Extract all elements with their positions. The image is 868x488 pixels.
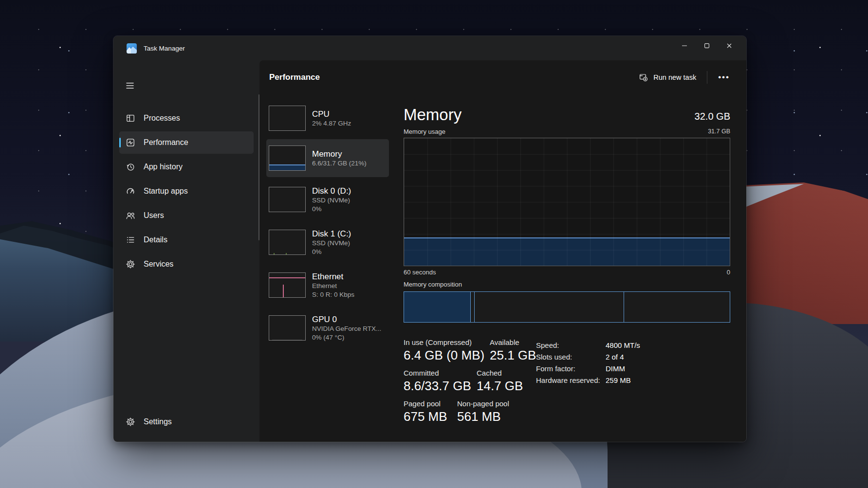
- services-icon: [126, 259, 135, 269]
- sidebar-item-label: App history: [144, 163, 183, 171]
- memory-hardware-info: Speed: 4800 MT/s Slots used: 2 of 4 Form…: [536, 338, 640, 430]
- close-button[interactable]: [718, 36, 740, 55]
- sidebar-item-label: Services: [144, 260, 173, 269]
- task-manager-window: Task Manager: [113, 36, 746, 442]
- composition-free-segment: [624, 292, 730, 322]
- metric-name: GPU 0: [312, 314, 381, 325]
- metric-name: Disk 0 (D:): [312, 186, 351, 196]
- perf-item-disk0[interactable]: Disk 0 (D:) SSD (NVMe) 0%: [266, 179, 389, 220]
- composition-modified-segment: [471, 292, 475, 322]
- metric-detail: NVIDIA GeForce RTX...: [312, 325, 381, 333]
- sidebar-item-label: Details: [144, 235, 167, 244]
- metric-detail: 0%: [312, 248, 351, 256]
- stat-cached: Cached 14.7 GB: [477, 369, 523, 393]
- memory-usage-label: Memory usage: [404, 128, 445, 135]
- sidebar-item-label: Startup apps: [144, 187, 188, 196]
- disk1-mini-graph: [269, 230, 306, 255]
- detail-title: Memory: [404, 106, 462, 124]
- main-header: Performance Run new task •••: [259, 60, 746, 94]
- users-icon: [126, 211, 135, 220]
- performance-icon: [126, 138, 135, 147]
- perf-item-gpu0[interactable]: GPU 0 NVIDIA GeForce RTX... 0% (47 °C): [266, 307, 389, 348]
- sidebar-item-app-history[interactable]: App history: [119, 156, 254, 178]
- disk0-mini-graph: [269, 187, 306, 212]
- metric-detail: 2% 4.87 GHz: [312, 119, 351, 128]
- memory-detail-panel: Memory 32.0 GB Memory usage 31.7 GB 60 s…: [404, 99, 730, 430]
- more-options-button[interactable]: •••: [712, 72, 736, 83]
- hw-form-factor: Form factor: DIMM: [536, 362, 640, 374]
- sidebar-item-label: Processes: [144, 114, 180, 123]
- sidebar-item-details[interactable]: Details: [119, 229, 254, 251]
- stat-paged-pool: Paged pool 675 MB: [404, 399, 457, 424]
- total-memory-value: 32.0 GB: [695, 111, 730, 124]
- minimize-button[interactable]: [673, 36, 696, 55]
- stat-available: Available 25.1 GB: [490, 338, 536, 362]
- run-new-task-button[interactable]: Run new task: [633, 70, 702, 85]
- metric-name: Memory: [312, 149, 367, 159]
- chart-time-span-label: 60 seconds: [404, 269, 436, 276]
- run-new-task-label: Run new task: [653, 73, 696, 81]
- sidebar-nav: Processes Performance App history: [113, 106, 259, 442]
- sidebar-item-settings[interactable]: Settings: [119, 411, 254, 433]
- chart-time-zero-label: 0: [727, 269, 730, 276]
- minimize-icon: [682, 43, 687, 49]
- perf-item-ethernet[interactable]: Ethernet Ethernet S: 0 R: 0 Kbps: [266, 265, 389, 306]
- sidebar-item-performance[interactable]: Performance: [119, 131, 254, 154]
- gpu-mini-graph: [269, 315, 306, 341]
- metric-name: CPU: [312, 109, 351, 119]
- perf-item-memory[interactable]: Memory 6.6/31.7 GB (21%): [266, 139, 389, 177]
- page-title: Performance: [269, 72, 320, 82]
- memory-composition-label: Memory composition: [404, 281, 730, 288]
- perf-item-disk1[interactable]: Disk 1 (C:) SSD (NVMe) 0%: [266, 222, 389, 263]
- hw-slots-used: Slots used: 2 of 4: [536, 351, 640, 362]
- navigation-menu-button[interactable]: [120, 77, 140, 94]
- maximize-icon: [704, 43, 710, 49]
- composition-standby-segment: [475, 292, 624, 322]
- chart-gridlines: [404, 138, 730, 266]
- titlebar[interactable]: Task Manager: [113, 36, 746, 60]
- metric-detail: SSD (NVMe): [312, 239, 351, 248]
- sidebar-item-users[interactable]: Users: [119, 204, 254, 227]
- startup-apps-icon: [126, 186, 135, 196]
- header-divider: [707, 71, 707, 84]
- hw-speed: Speed: 4800 MT/s: [536, 339, 640, 351]
- sidebar: Processes Performance App history: [113, 60, 259, 442]
- memory-mini-graph: [269, 145, 306, 171]
- cpu-mini-graph: [269, 106, 306, 131]
- metric-detail: S: 0 R: 0 Kbps: [312, 290, 354, 299]
- metric-detail: 0%: [312, 205, 351, 214]
- settings-gear-icon: [126, 417, 135, 427]
- ellipsis-icon: •••: [718, 72, 730, 82]
- main-panel: Performance Run new task •••: [259, 60, 746, 442]
- selected-accent-pill: [119, 138, 121, 147]
- sidebar-item-services[interactable]: Services: [119, 253, 254, 275]
- perf-item-cpu[interactable]: CPU 2% 4.87 GHz: [266, 99, 389, 137]
- task-manager-app-icon: [127, 43, 137, 54]
- window-title: Task Manager: [144, 45, 185, 52]
- details-icon: [126, 235, 135, 245]
- maximize-button[interactable]: [696, 36, 718, 55]
- hamburger-icon: [125, 81, 135, 90]
- composition-in-use-segment: [404, 292, 471, 322]
- memory-stats: In use (Compressed) 6.4 GB (0 MB) Availa…: [404, 338, 536, 430]
- chart-scale-max: 31.7 GB: [708, 128, 730, 135]
- stat-in-use: In use (Compressed) 6.4 GB (0 MB): [404, 338, 490, 362]
- sidebar-item-label: Settings: [144, 417, 172, 426]
- metric-name: Ethernet: [312, 271, 354, 282]
- new-task-icon: [639, 73, 648, 81]
- sidebar-item-startup-apps[interactable]: Startup apps: [119, 180, 254, 202]
- stat-non-paged-pool: Non-paged pool 561 MB: [457, 399, 509, 424]
- sidebar-item-label: Users: [144, 211, 164, 220]
- close-icon: [726, 43, 732, 49]
- processes-icon: [126, 113, 135, 123]
- app-history-icon: [126, 162, 135, 172]
- ethernet-mini-graph: [269, 272, 306, 298]
- stat-committed: Committed 8.6/33.7 GB: [404, 369, 477, 393]
- sidebar-item-label: Performance: [144, 138, 188, 147]
- memory-composition-bar: [404, 291, 730, 323]
- metric-detail: 6.6/31.7 GB (21%): [312, 159, 367, 168]
- memory-usage-chart: [404, 138, 730, 266]
- sidebar-item-processes[interactable]: Processes: [119, 107, 254, 129]
- metric-name: Disk 1 (C:): [312, 229, 351, 239]
- metric-detail: Ethernet: [312, 282, 354, 290]
